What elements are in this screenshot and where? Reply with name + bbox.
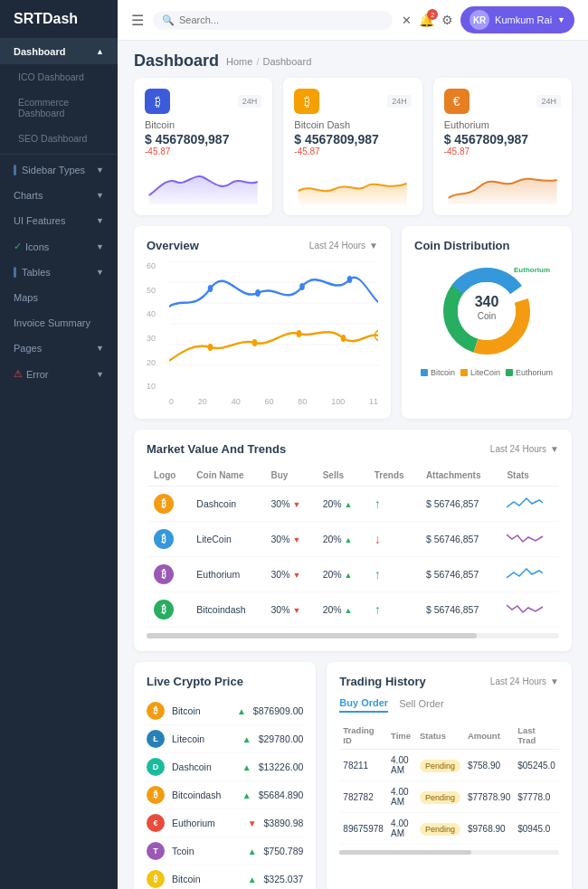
amount-cell: $758.90 bbox=[464, 750, 514, 781]
sidebar-item-sidebar-types[interactable]: Sidebar Types ▼ bbox=[0, 157, 118, 183]
sidebar-label: Charts bbox=[14, 190, 43, 201]
sell-trend-icon: ▲ bbox=[345, 535, 353, 544]
section-filter[interactable]: Last 24 Hours ▼ bbox=[309, 241, 378, 251]
user-menu[interactable]: KR Kumkum Rai ▼ bbox=[460, 6, 574, 33]
notification-badge: 2 bbox=[427, 9, 438, 20]
coin-logo-cell: ₿ bbox=[147, 557, 189, 592]
card-change: -45.87 bbox=[145, 147, 261, 156]
trading-scrollbar[interactable] bbox=[339, 850, 559, 855]
breadcrumb-separator: / bbox=[256, 56, 259, 67]
coin-name-cell: LiteCoin bbox=[189, 522, 263, 557]
sell-cell: 20% ▲ bbox=[316, 557, 367, 592]
sell-trend-icon: ▲ bbox=[345, 500, 353, 509]
sidebar-item-charts[interactable]: Charts ▼ bbox=[0, 183, 118, 208]
search-box[interactable]: 🔍 bbox=[153, 11, 393, 30]
live-item: ₿ Bitcoin ▲ $325.037 bbox=[147, 865, 303, 889]
col-sells: Sells bbox=[316, 465, 367, 487]
live-item: T Tcoin ▲ $750.789 bbox=[147, 837, 303, 865]
card-header: ₿ 24H bbox=[294, 89, 411, 114]
trading-tabs: Buy Order Sell Order bbox=[339, 697, 559, 713]
sidebar-sub-label: Ecommerce Dashboard bbox=[18, 97, 104, 118]
sidebar-label: Error bbox=[26, 369, 48, 380]
sidebar-item-pages[interactable]: Pages ▼ bbox=[0, 336, 118, 361]
buy-trend-icon: ▼ bbox=[292, 535, 300, 544]
chevron-up-icon: ▲ bbox=[96, 47, 104, 56]
amount-cell: $77878.90 bbox=[464, 781, 514, 813]
legend-euthorium: Euthorium bbox=[506, 368, 553, 377]
trend-cell: ↓ bbox=[367, 522, 419, 557]
table-scrollbar[interactable] bbox=[147, 633, 559, 638]
sidebar: SRTDash Dashboard ▲ ICO Dashboard Ecomme… bbox=[0, 0, 118, 889]
section-title: Overview bbox=[147, 239, 199, 252]
market-section-header: Market Value And Trends Last 24 Hours ▼ bbox=[147, 442, 559, 456]
sidebar-item-ecommerce[interactable]: Ecommerce Dashboard bbox=[0, 90, 118, 126]
sidebar-item-ico[interactable]: ICO Dashboard bbox=[0, 64, 118, 90]
trading-id-cell: 78211 bbox=[339, 750, 387, 781]
last-trad-cell: $0945.0 bbox=[514, 813, 559, 845]
svg-point-9 bbox=[347, 276, 353, 283]
coin-distribution-section: Coin Distribution 340 Coi bbox=[402, 226, 572, 419]
card-header: ₿ 24H bbox=[145, 89, 261, 114]
sidebar-item-icons[interactable]: ✓ Icons ▼ bbox=[0, 233, 118, 260]
live-items-list: ₿ Bitcoin ▲ $876909.00 Ł Litecoin ▲ $297… bbox=[147, 697, 303, 889]
settings-icon[interactable]: ⚙ bbox=[441, 13, 453, 27]
stats-cell bbox=[499, 522, 559, 557]
trading-table: Trading ID Time Status Amount Last Trad … bbox=[339, 722, 559, 845]
col-buy: Buy bbox=[264, 465, 316, 487]
card-chart bbox=[294, 164, 411, 204]
svg-point-8 bbox=[299, 283, 305, 290]
tab-sell-order[interactable]: Sell Order bbox=[399, 698, 444, 712]
y-axis: 605040302010 bbox=[147, 261, 156, 406]
buy-cell: 30% ▼ bbox=[264, 592, 316, 628]
card-change: -45.87 bbox=[444, 147, 561, 156]
live-item: ₿ Bitcoindash ▲ $5684.890 bbox=[147, 781, 303, 809]
coin-name-cell: Dashcoin bbox=[189, 487, 263, 522]
close-icon[interactable]: ✕ bbox=[402, 14, 412, 27]
up-arrow-icon: ▲ bbox=[242, 734, 251, 744]
trading-filter[interactable]: Last 24 Hours ▼ bbox=[490, 676, 559, 686]
search-input[interactable] bbox=[179, 14, 384, 25]
market-title: Market Value And Trends bbox=[147, 442, 286, 456]
card-value: $ 4567809,987 bbox=[145, 132, 261, 147]
trading-title: Trading History bbox=[339, 675, 425, 688]
sidebar-item-invoice[interactable]: Invoice Summary bbox=[0, 310, 118, 336]
sidebar-item-dashboard[interactable]: Dashboard ▲ bbox=[0, 39, 118, 64]
menu-icon[interactable]: ☰ bbox=[131, 12, 144, 29]
live-item: ₿ Bitcoin ▲ $876909.00 bbox=[147, 697, 303, 725]
sidebar-item-seo[interactable]: SEO Dashboard bbox=[0, 126, 118, 151]
checkmark-icon: ✓ bbox=[14, 241, 22, 252]
sidebar-item-tables[interactable]: Tables ▼ bbox=[0, 260, 118, 285]
section-header: Overview Last 24 Hours ▼ bbox=[147, 239, 378, 252]
live-price: $750.789 bbox=[264, 846, 304, 856]
live-coin-name: Bitcoindash bbox=[172, 790, 235, 800]
live-coin-icon: D bbox=[147, 758, 165, 776]
coin-logo: ₿ bbox=[154, 600, 174, 619]
scrollbar-thumb bbox=[147, 633, 477, 638]
table-row: ₿ Bitcoindash 30% ▼ 20% ▲ ↑ $ 56746,857 bbox=[147, 592, 559, 628]
attachment-cell: $ 56746,857 bbox=[419, 522, 500, 557]
svg-point-11 bbox=[252, 339, 258, 346]
attachment-cell: $ 56746,857 bbox=[419, 557, 500, 592]
market-filter[interactable]: Last 24 Hours ▼ bbox=[490, 444, 559, 454]
notifications-icon[interactable]: 🔔 2 bbox=[419, 13, 434, 27]
chevron-down-icon: ▼ bbox=[96, 166, 104, 175]
up-arrow-icon: ▲ bbox=[242, 790, 251, 800]
coin-name-cell: Bitcoindash bbox=[189, 592, 263, 628]
page-title: Dashboard bbox=[134, 52, 219, 71]
svg-text:Coin: Coin bbox=[478, 311, 497, 321]
card-header: € 24H bbox=[444, 89, 561, 114]
sidebar-item-error[interactable]: ⚠ Error ▼ bbox=[0, 361, 118, 387]
alert-icon: ⚠ bbox=[14, 368, 23, 380]
svg-point-7 bbox=[255, 289, 261, 297]
chevron-down-icon: ▼ bbox=[550, 676, 559, 686]
breadcrumb-home[interactable]: Home bbox=[226, 56, 252, 67]
tab-buy-order[interactable]: Buy Order bbox=[339, 697, 388, 713]
time-cell: 4.00 AM bbox=[387, 781, 416, 813]
sell-trend-icon: ▲ bbox=[345, 606, 353, 615]
trading-id-cell: 89675978 bbox=[339, 813, 387, 845]
status-cell: Pending bbox=[416, 781, 464, 813]
sidebar-item-maps[interactable]: Maps bbox=[0, 285, 118, 310]
cards-row: ₿ 24H Bitcoin $ 4567809,987 -45.87 bbox=[118, 78, 588, 226]
sidebar-item-ui-features[interactable]: UI Features ▼ bbox=[0, 208, 118, 233]
live-coin-icon: Ł bbox=[147, 730, 165, 748]
